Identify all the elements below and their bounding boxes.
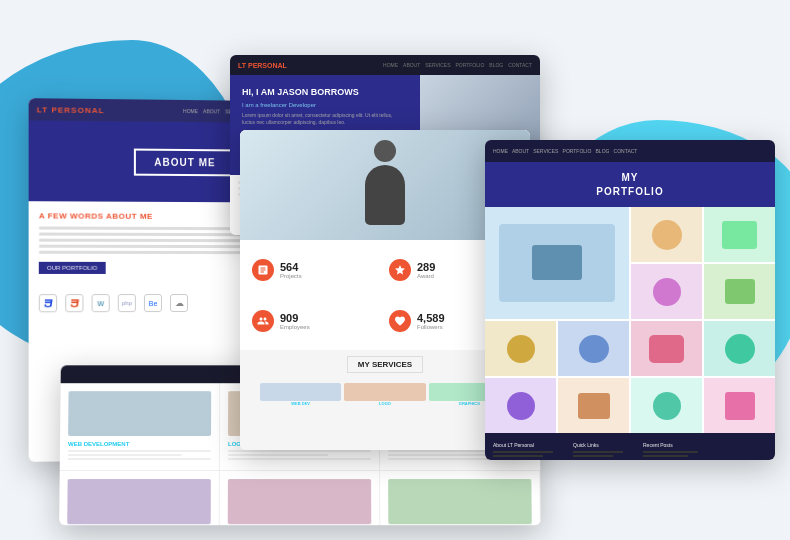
stat-employees-label: Employees: [280, 324, 310, 330]
card-middle-top-brand: LT PERSONAL: [238, 62, 287, 69]
service-web-dev: WEB DEVELOPMENT: [60, 383, 220, 471]
service-app: APP DEVELOPMENT: [59, 471, 220, 525]
svc-label-1: WEB DEV: [260, 401, 341, 406]
service-logo-line1: [228, 450, 371, 452]
tech-icon-behance: Be: [144, 294, 162, 312]
stat-projects-label: Projects: [280, 273, 302, 279]
nav-link-about: ABOUT: [203, 108, 220, 114]
stat-followers-label: Followers: [417, 324, 445, 330]
service-content-img: [388, 479, 532, 524]
services-title: MY SERVICES: [347, 356, 423, 373]
screenshots-container: LT PERSONAL HOME ABOUT SERVICES PORTFOLI…: [0, 0, 790, 540]
mt-nav-portfolio: PORTFOLIO: [455, 62, 484, 68]
footer-col-1: About LT Personal: [493, 442, 553, 459]
footer-col-3: Recent Posts: [643, 442, 698, 459]
follower-icon: [389, 310, 411, 332]
tech-icon-wp: W: [92, 294, 110, 312]
grid-item-6: [485, 321, 556, 376]
grid-item-8: [631, 321, 702, 376]
content-line-5: [39, 251, 243, 254]
grid-item-3: [704, 207, 775, 262]
stat-employees-info: 909 Employees: [280, 312, 310, 330]
card-right-navbar: HOME ABOUT SERVICES PORTFOLIO BLOG CONTA…: [485, 140, 775, 162]
stat-employees-number: 909: [280, 312, 310, 324]
service-social-img: [228, 479, 371, 524]
stat-projects-info: 564 Projects: [280, 261, 302, 279]
service-web-dev-img: [68, 391, 211, 436]
content-line-3: [39, 239, 243, 243]
service-web-dev-line1: [68, 450, 211, 452]
stat-award-info: 289 Award: [417, 261, 435, 279]
grid-item-1: [485, 207, 629, 319]
mt-nav-contact: CONTACT: [508, 62, 532, 68]
employee-icon: [252, 310, 274, 332]
service-web-dev-line2: [68, 454, 182, 456]
grid-item-5: [704, 264, 775, 319]
stat-followers-number: 4,589: [417, 312, 445, 324]
service-app-img: [67, 479, 211, 524]
stat-employees: 909 Employees: [252, 299, 381, 342]
portfolio-button[interactable]: OUR PORTFOLIO: [39, 262, 105, 274]
mt-nav-home: HOME: [383, 62, 398, 68]
stat-followers-info: 4,589 Followers: [417, 312, 445, 330]
stat-projects-number: 564: [280, 261, 302, 273]
card-right-navlinks: HOME ABOUT SERVICES PORTFOLIO BLOG CONTA…: [493, 148, 637, 154]
card-right-footer: About LT Personal Quick Links Recent Pos…: [485, 433, 775, 460]
service-thumb-2: LOGO: [344, 383, 425, 406]
card-left-brand: LT PERSONAL: [37, 105, 105, 115]
grid-item-9: [704, 321, 775, 376]
mt-nav-services: SERVICES: [425, 62, 450, 68]
portfolio-header: MYPORTFOLIO: [485, 162, 775, 207]
tech-icon-css: [39, 294, 57, 312]
service-web-dev-line3: [68, 458, 211, 460]
stat-award-label: Award: [417, 273, 435, 279]
stat-projects: 564 Projects: [252, 248, 381, 291]
mt-nav-about: ABOUT: [403, 62, 420, 68]
footer-col-2: Quick Links: [573, 442, 623, 459]
grid-item-10: [485, 378, 556, 433]
service-web-dev-name: WEB DEVELOPMENT: [68, 441, 211, 447]
project-icon: [252, 259, 274, 281]
tech-icon-php: php: [118, 294, 136, 312]
card-middle-top-navbar: LT PERSONAL HOME ABOUT SERVICES PORTFOLI…: [230, 55, 540, 75]
tech-icon-html: [65, 294, 83, 312]
service-logo-line2: [228, 454, 328, 456]
mt-nav-blog: BLOG: [489, 62, 503, 68]
service-thumb-1: WEB DEV: [260, 383, 341, 406]
nav-link-home: HOME: [183, 108, 198, 114]
grid-item-12: [631, 378, 702, 433]
service-content: CONTENT CREATION: [380, 471, 541, 525]
grid-item-11: [558, 378, 629, 433]
about-me-button[interactable]: ABOUT ME: [134, 148, 235, 176]
grid-item-4: [631, 264, 702, 319]
portfolio-grid: [485, 207, 775, 433]
grid-item-2: [631, 207, 702, 262]
svc-label-2: LOGO: [344, 401, 425, 406]
award-icon: [389, 259, 411, 281]
card-portfolio: HOME ABOUT SERVICES PORTFOLIO BLOG CONTA…: [485, 140, 775, 460]
grid-item-13: [704, 378, 775, 433]
card-middle-top-navlinks: HOME ABOUT SERVICES PORTFOLIO BLOG CONTA…: [383, 62, 532, 68]
service-logo-line3: [228, 458, 371, 460]
hero-description: Lorem ipsum dolor sit amet, consectetur …: [242, 112, 402, 126]
services-thumbnails: WEB DEV LOGO GRAPHICS: [252, 379, 518, 410]
service-social: SOCIAL MARKETING: [220, 471, 381, 525]
grid-item-7: [558, 321, 629, 376]
tech-icon-cloud: ☁: [170, 294, 188, 312]
stat-award-number: 289: [417, 261, 435, 273]
hero-title: HI, I AM JASON BORROWS: [242, 87, 402, 99]
portfolio-title: MYPORTFOLIO: [596, 171, 663, 199]
